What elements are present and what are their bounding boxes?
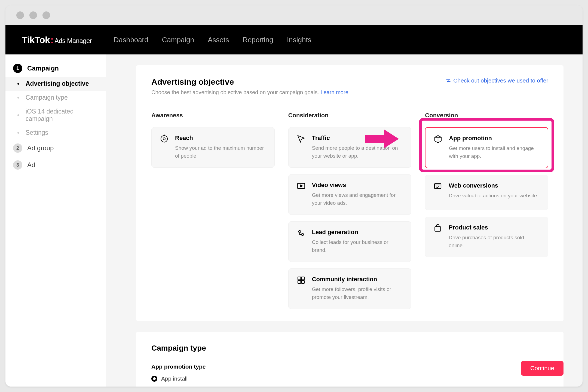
nav-dashboard[interactable]: Dashboard — [114, 36, 148, 44]
video-icon — [296, 182, 306, 191]
objective-panel: Advertising objective Choose the best ad… — [136, 65, 564, 321]
continue-button[interactable]: Continue — [521, 361, 564, 376]
top-nav: TikTok : Ads Manager Dashboard Campaign … — [5, 25, 583, 54]
step-ad-group[interactable]: 2 Ad group — [5, 140, 106, 157]
card-community-interaction[interactable]: Community interaction Get more followers… — [288, 268, 412, 309]
app-window: TikTok : Ads Manager Dashboard Campaign … — [5, 5, 583, 387]
web-icon — [433, 182, 443, 192]
substep-advertising-objective[interactable]: Advertising objective — [5, 77, 106, 91]
substep-label: Settings — [26, 129, 48, 136]
card-reach[interactable]: Reach Show your ad to the maximum number… — [151, 127, 275, 168]
panel-subtitle: Choose the best advertising objective ba… — [151, 89, 348, 96]
radio-icon — [151, 376, 157, 382]
card-desc: Get more users to install and engage wit… — [449, 145, 540, 160]
nav-assets[interactable]: Assets — [208, 36, 229, 44]
learn-more-link[interactable]: Learn more — [321, 89, 348, 95]
svg-rect-7 — [298, 280, 301, 283]
panel-title: Advertising objective — [151, 77, 348, 87]
svg-point-3 — [298, 231, 301, 233]
window-dot — [16, 11, 24, 19]
panel-header: Advertising objective Choose the best ad… — [151, 77, 548, 96]
svg-rect-8 — [301, 280, 304, 283]
card-lead-generation[interactable]: Lead generation Collect leads for your b… — [288, 221, 412, 262]
card-desc: Show your ad to the maximum number of pe… — [175, 144, 267, 160]
column-head-conversion: Conversion — [425, 112, 548, 119]
card-title: App promotion — [449, 135, 540, 142]
objective-columns: Awareness Reach Show your ad to the maxi… — [151, 112, 548, 309]
card-desc: Collect leads for your business or brand… — [312, 238, 404, 254]
step-campaign[interactable]: 1 Campaign — [5, 60, 106, 77]
card-title: Community interaction — [312, 276, 404, 283]
window-dot — [29, 11, 37, 19]
step-number: 2 — [13, 143, 22, 153]
step-number: 3 — [13, 160, 22, 170]
swap-icon — [446, 78, 451, 83]
card-title: Reach — [175, 134, 267, 142]
svg-rect-5 — [298, 277, 301, 280]
app-promotion-type-label: App promotion type — [151, 363, 548, 370]
substep-settings[interactable]: Settings — [5, 126, 106, 140]
main-content: Advertising objective Choose the best ad… — [106, 54, 583, 387]
card-product-sales[interactable]: Product sales Drive purchases of product… — [425, 217, 548, 257]
card-video-views[interactable]: Video views Get more views and engagemen… — [288, 174, 412, 215]
reach-icon — [159, 134, 169, 144]
card-title: Product sales — [449, 224, 540, 231]
check-objectives-link[interactable]: Check out objectives we used to offer — [446, 77, 548, 84]
card-title: Lead generation — [312, 229, 404, 236]
card-desc: Get more views and engagement for your v… — [312, 191, 404, 207]
step-number: 1 — [13, 64, 22, 73]
column-conversion: Conversion App promotion Get more users … — [425, 112, 548, 309]
card-desc: Drive valuable actions on your website. — [449, 192, 540, 200]
traffic-icon — [296, 134, 306, 144]
card-web-conversions[interactable]: Web conversions Drive valuable actions o… — [425, 175, 548, 210]
radio-label: App install — [161, 375, 188, 382]
product-icon — [433, 224, 443, 234]
campaign-type-title: Campaign type — [151, 344, 548, 353]
brand-colon: : — [50, 35, 54, 45]
card-app-promotion[interactable]: App promotion Get more users to install … — [425, 127, 548, 168]
check-objectives-text: Check out objectives we used to offer — [453, 77, 548, 84]
step-label: Ad group — [27, 144, 54, 152]
sidebar: 1 Campaign Advertising objective Campaig… — [5, 54, 106, 387]
app-icon — [433, 135, 443, 145]
card-title: Web conversions — [449, 182, 540, 189]
nav-insights[interactable]: Insights — [287, 36, 311, 44]
svg-point-4 — [301, 233, 304, 235]
svg-rect-6 — [301, 277, 304, 280]
card-desc: Drive purchases of products sold online. — [449, 234, 540, 249]
substep-label: Advertising objective — [26, 80, 89, 87]
panel-subtitle-text: Choose the best advertising objective ba… — [151, 89, 319, 95]
svg-rect-10 — [435, 226, 441, 231]
brand-sub: Ads Manager — [54, 37, 92, 45]
radio-app-install[interactable]: App install — [151, 375, 548, 382]
window-titlebar — [5, 5, 583, 25]
campaign-type-panel: Campaign type App promotion type App ins… — [136, 332, 564, 387]
lead-icon — [296, 229, 306, 238]
step-ad[interactable]: 3 Ad — [5, 157, 106, 173]
nav-links: Dashboard Campaign Assets Reporting Insi… — [114, 36, 311, 44]
step-label: Campaign — [27, 65, 59, 72]
svg-point-1 — [163, 138, 165, 140]
substep-ios14[interactable]: iOS 14 dedicated campaign — [5, 105, 106, 126]
community-icon — [296, 276, 306, 286]
brand-logo: TikTok : Ads Manager — [22, 35, 92, 45]
layout: 1 Campaign Advertising objective Campaig… — [5, 54, 583, 387]
nav-reporting[interactable]: Reporting — [243, 36, 273, 44]
substep-campaign-type[interactable]: Campaign type — [5, 91, 106, 105]
column-awareness: Awareness Reach Show your ad to the maxi… — [151, 112, 275, 309]
svg-point-0 — [161, 136, 167, 142]
card-desc: Get more followers, profile visits or pr… — [312, 286, 404, 301]
substep-label: iOS 14 dedicated campaign — [26, 108, 74, 122]
column-head-awareness: Awareness — [151, 112, 275, 119]
column-head-consideration: Consideration — [288, 112, 412, 119]
substep-label: Campaign type — [26, 94, 68, 101]
footer: Continue — [521, 361, 564, 376]
nav-campaign[interactable]: Campaign — [162, 36, 194, 44]
window-dot — [42, 11, 50, 19]
step-label: Ad — [27, 161, 35, 169]
card-title: Video views — [312, 182, 404, 189]
brand-name: TikTok — [22, 35, 50, 45]
annotation-arrow-icon — [362, 125, 400, 154]
